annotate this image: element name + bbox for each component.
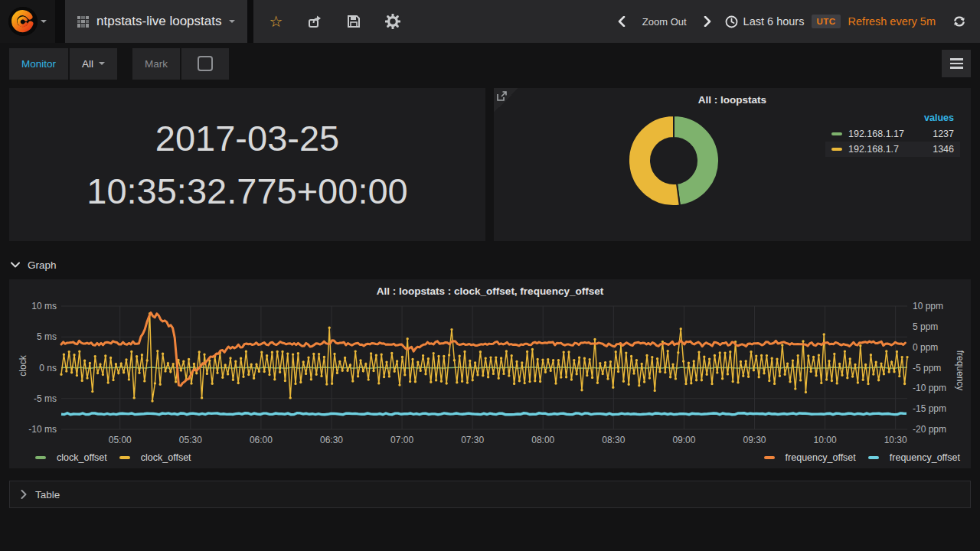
- graph-legend-label: clock_offset: [57, 452, 107, 463]
- pie-panel-title[interactable]: All : loopstats: [494, 94, 971, 106]
- zoom-out-button[interactable]: Zoom Out: [639, 16, 690, 28]
- clock-date: 2017-03-25: [155, 112, 339, 165]
- time-back-button[interactable]: [612, 11, 632, 31]
- x-axis-tick: 10:30: [884, 435, 907, 445]
- x-axis-tick: 07:30: [461, 435, 484, 445]
- refresh-interval-button[interactable]: Refresh every 5m: [848, 15, 936, 28]
- table-section-label: Table: [35, 489, 60, 500]
- chevron-right-icon: [704, 16, 711, 27]
- y-axis-left-tick: 5 ms: [37, 331, 57, 342]
- series-clock_offset-yellow: [61, 314, 907, 401]
- y-axis-right-tick: -15 ppm: [913, 403, 946, 414]
- pie-legend-value: 1237: [922, 129, 954, 139]
- graph-panel: All : loopstats : clock_offset, frequenc…: [9, 279, 971, 468]
- x-axis-tick: 06:30: [320, 435, 343, 445]
- series-color-dash: [35, 456, 46, 459]
- graph-legend-label: clock_offset: [141, 452, 191, 463]
- save-button[interactable]: [344, 11, 364, 31]
- clock-icon: [725, 15, 738, 28]
- y-axis-right-tick: 0 ppm: [913, 342, 938, 353]
- pie-legend-name: 192.168.1.17: [848, 129, 922, 139]
- chevron-down-icon: [99, 62, 105, 65]
- y-axis-right-tick: -10 ppm: [913, 383, 946, 393]
- y-axis-right-tick: -5 ppm: [913, 363, 941, 373]
- chevron-down-icon: [11, 262, 20, 268]
- star-button[interactable]: ☆: [266, 11, 286, 31]
- navbar-divider: [55, 0, 65, 43]
- row-menu-button[interactable]: [942, 50, 971, 77]
- dashboard-title: ntpstats-live loopstats: [96, 14, 221, 29]
- y-axis-right-tick: 5 ppm: [913, 321, 938, 332]
- chevron-left-icon: [618, 16, 626, 27]
- x-axis-tick: 06:00: [250, 435, 273, 445]
- refresh-button[interactable]: [949, 11, 969, 31]
- x-axis-tick: 08:00: [531, 435, 554, 445]
- pie-panel: All : loopstats values 192.168.1.1712371…: [494, 88, 971, 241]
- series-frequency_offset-cyan: [61, 413, 906, 415]
- dashboard-submenu: Monitor All Mark: [9, 47, 971, 80]
- y-axis-left-tick: -5 ms: [34, 393, 57, 404]
- time-forward-button[interactable]: [697, 11, 717, 31]
- series-color-dash: [764, 456, 775, 459]
- time-range-label: Last 6 hours: [743, 15, 805, 28]
- table-row-toggle[interactable]: Table: [9, 481, 971, 508]
- graph-legend-item[interactable]: frequency_offset: [868, 452, 960, 463]
- pie-legend-value: 1346: [922, 144, 954, 155]
- donut-slice-192.168.1.7[interactable]: [629, 116, 680, 206]
- graph-legend-item[interactable]: clock_offset: [35, 452, 107, 463]
- mark-checkbox-button[interactable]: [181, 48, 229, 80]
- share-button[interactable]: [305, 11, 325, 31]
- dashboard-title-button[interactable]: ntpstats-live loopstats: [65, 0, 247, 43]
- x-axis-tick: 05:30: [179, 435, 202, 445]
- pie-legend-header: values: [825, 111, 960, 126]
- chevron-right-icon: [21, 490, 27, 499]
- donut-chart: [624, 111, 724, 210]
- chevron-down-icon: [41, 20, 47, 23]
- y-axis-right-tick: -20 ppm: [913, 424, 946, 435]
- y-axis-left-tick: 10 ms: [31, 301, 57, 311]
- x-axis-tick: 05:00: [109, 435, 132, 445]
- series-color-dash: [831, 132, 842, 135]
- mark-label: Mark: [132, 48, 180, 80]
- y-axis-left-tick: -10 ms: [28, 424, 57, 435]
- pie-legend-row[interactable]: 192.168.1.71346: [825, 142, 960, 157]
- share-icon: [308, 15, 322, 29]
- pie-legend: values 192.168.1.171237192.168.1.71346: [825, 111, 960, 157]
- save-icon: [347, 15, 361, 28]
- chevron-down-icon: [229, 20, 235, 23]
- pie-legend-row[interactable]: 192.168.1.171237: [825, 126, 960, 142]
- grafana-logo-icon: [8, 7, 38, 36]
- x-axis-tick: 09:00: [672, 435, 695, 445]
- star-icon: ☆: [270, 14, 283, 29]
- graph-legend-item[interactable]: frequency_offset: [764, 452, 856, 463]
- graph-legend-label: frequency_offset: [786, 452, 856, 463]
- template-var-monitor-value[interactable]: All: [70, 48, 117, 80]
- template-var-monitor-label[interactable]: Monitor: [9, 48, 68, 80]
- donut-slice-192.168.1.17[interactable]: [674, 116, 719, 205]
- settings-button[interactable]: [383, 11, 403, 31]
- series-clock_offset-yellow-points: [61, 314, 907, 401]
- grafana-logo-button[interactable]: [0, 0, 55, 43]
- graph-legend-item[interactable]: clock_offset: [119, 452, 191, 463]
- series-color-dash: [868, 456, 879, 459]
- pie-legend-name: 192.168.1.7: [848, 144, 922, 155]
- graph-section-label: Graph: [28, 259, 57, 271]
- mark-checkbox[interactable]: [198, 56, 213, 71]
- series-color-dash: [119, 456, 130, 459]
- navbar: ntpstats-live loopstats ☆: [0, 0, 980, 43]
- timeseries-chart[interactable]: 10 ms5 ms0 ns-5 ms-10 ms10 ppm5 ppm0 ppm…: [9, 279, 971, 468]
- time-picker-button[interactable]: Last 6 hours: [725, 15, 805, 28]
- dashboard-icon: [77, 16, 89, 28]
- series-color-dash: [831, 148, 842, 151]
- timezone-badge: UTC: [812, 15, 840, 28]
- x-axis-tick: 07:00: [390, 435, 413, 445]
- graph-row-toggle[interactable]: Graph: [11, 256, 969, 273]
- clock-panel: 2017-03-25 10:35:32.775+00:00: [9, 88, 485, 241]
- graph-legend-label: frequency_offset: [890, 452, 960, 463]
- x-axis-tick: 10:00: [814, 435, 837, 445]
- y-axis-left-tick: 0 ns: [39, 363, 57, 373]
- navbar-divider: [247, 0, 253, 43]
- gear-icon: [385, 14, 400, 29]
- clock-time: 10:35:32.775+00:00: [87, 165, 408, 217]
- graph-legend: clock_offsetclock_offset frequency_offse…: [35, 452, 960, 463]
